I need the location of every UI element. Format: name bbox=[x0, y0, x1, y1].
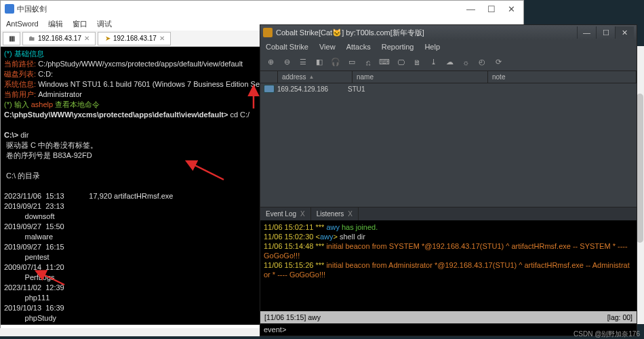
disconnect-icon[interactable]: ⊖ bbox=[279, 56, 294, 69]
col-address[interactable]: address▲ bbox=[278, 71, 353, 83]
menu-edit[interactable]: 编辑 bbox=[48, 19, 63, 29]
session-row[interactable]: 169.254.129.186 STU1 bbox=[260, 83, 637, 94]
close-button[interactable]: ✕ bbox=[615, 26, 634, 39]
tree-icon[interactable]: ⎌ bbox=[361, 56, 376, 69]
clock-icon[interactable]: ◴ bbox=[475, 56, 489, 69]
antsword-title: 中国蚁剑 bbox=[17, 4, 47, 14]
close-icon[interactable]: X bbox=[348, 210, 353, 218]
close-button[interactable]: ✕ bbox=[508, 4, 515, 14]
status-left: [11/06 15:15] awy bbox=[264, 313, 321, 321]
grid-view-button[interactable]: ▦ bbox=[3, 32, 20, 45]
antsword-titlebar[interactable]: 中国蚁剑 — ☐ ✕ bbox=[1, 1, 523, 17]
col-note[interactable]: note bbox=[488, 71, 637, 83]
tab-ip-1[interactable]: 🖿 192.168.43.17 ✕ bbox=[22, 32, 96, 45]
status-right: [lag: 00] bbox=[607, 313, 632, 321]
leader-icon: ➤ bbox=[105, 35, 110, 42]
status-bar: [11/06 15:15] awy [lag: 00] bbox=[260, 311, 637, 323]
watermark: CSDN @别野加奈176 bbox=[573, 330, 640, 339]
session-name: STU1 bbox=[348, 85, 365, 93]
doc-icon[interactable]: 🗎 bbox=[409, 56, 424, 69]
tab-event-log[interactable]: Event Log X bbox=[260, 207, 311, 220]
minimize-button[interactable]: — bbox=[466, 4, 475, 14]
bottom-tabs: Event Log X Listeners X bbox=[260, 207, 637, 220]
tab-label: 192.168.43.17 bbox=[38, 35, 81, 42]
col-name[interactable]: name bbox=[353, 71, 488, 83]
monitor-icon[interactable]: 🖵 bbox=[393, 56, 408, 69]
menu-cobalt[interactable]: Cobalt Strike bbox=[266, 43, 308, 51]
menu-window[interactable]: 窗口 bbox=[73, 19, 87, 29]
app-icon bbox=[5, 4, 14, 14]
menu-view[interactable]: View bbox=[319, 43, 336, 51]
tab-label: Listeners bbox=[317, 210, 344, 218]
reload-icon[interactable]: ⟳ bbox=[491, 56, 506, 69]
tab-ip-2[interactable]: ➤ 192.168.43.17 ✕ bbox=[98, 32, 171, 45]
session-headers: address▲ name note bbox=[260, 71, 637, 83]
list-icon[interactable]: ☰ bbox=[296, 56, 310, 69]
maximize-button[interactable]: ☐ bbox=[487, 4, 496, 14]
close-icon[interactable]: ✕ bbox=[84, 35, 89, 42]
cobalt-toolbar: ⊕ ⊖ ☰ ◧ 🎧 ▭ ⎌ ⌨ 🖵 🗎 ⤓ ☁ ☼ ◴ ⟳ bbox=[260, 54, 637, 71]
cobaltstrike-window: Cobalt Strike[Cat🐱] by:T00ls.com[新年专版] —… bbox=[260, 24, 637, 336]
tab-label: Event Log bbox=[266, 210, 296, 218]
cloud-icon[interactable]: ☁ bbox=[442, 56, 457, 69]
maximize-button[interactable]: ☐ bbox=[596, 26, 615, 39]
session-list[interactable]: 169.254.129.186 STU1 bbox=[260, 83, 637, 207]
close-icon[interactable]: ✕ bbox=[159, 35, 165, 42]
sun-icon[interactable]: ☼ bbox=[458, 56, 473, 69]
headphones-icon[interactable]: 🎧 bbox=[328, 56, 343, 69]
menu-debug[interactable]: 调试 bbox=[97, 19, 112, 29]
menu-help[interactable]: Help bbox=[424, 43, 440, 51]
view-icon[interactable]: ◧ bbox=[312, 56, 327, 69]
prompt-label: event> bbox=[264, 325, 286, 334]
download-icon[interactable]: ⤓ bbox=[426, 56, 441, 69]
computer-icon bbox=[264, 85, 275, 93]
session-ip: 169.254.129.186 bbox=[277, 85, 345, 93]
connect-icon[interactable]: ⊕ bbox=[263, 56, 278, 69]
cobalt-menubar: Cobalt Strike View Attacks Reporting Hel… bbox=[260, 40, 637, 54]
keyboard-icon[interactable]: ⌨ bbox=[377, 56, 392, 69]
chart-icon[interactable]: ▭ bbox=[344, 56, 359, 69]
app-icon bbox=[263, 28, 273, 37]
menu-attacks[interactable]: Attacks bbox=[346, 43, 371, 51]
event-log[interactable]: 11/06 15:02:11 *** awy has joined.11/06 … bbox=[260, 220, 637, 311]
tab-listeners[interactable]: Listeners X bbox=[311, 207, 359, 220]
cobalt-title: Cobalt Strike[Cat🐱] by:T00ls.com[新年专版] bbox=[276, 28, 424, 38]
minimize-button[interactable]: — bbox=[577, 26, 596, 39]
menu-reporting[interactable]: Reporting bbox=[382, 43, 414, 51]
tab-label: 192.168.43.17 bbox=[113, 35, 157, 42]
cobalt-titlebar[interactable]: Cobalt Strike[Cat🐱] by:T00ls.com[新年专版] —… bbox=[260, 25, 637, 40]
menu-antsword[interactable]: AntSword bbox=[6, 20, 39, 28]
close-icon[interactable]: X bbox=[300, 210, 305, 218]
